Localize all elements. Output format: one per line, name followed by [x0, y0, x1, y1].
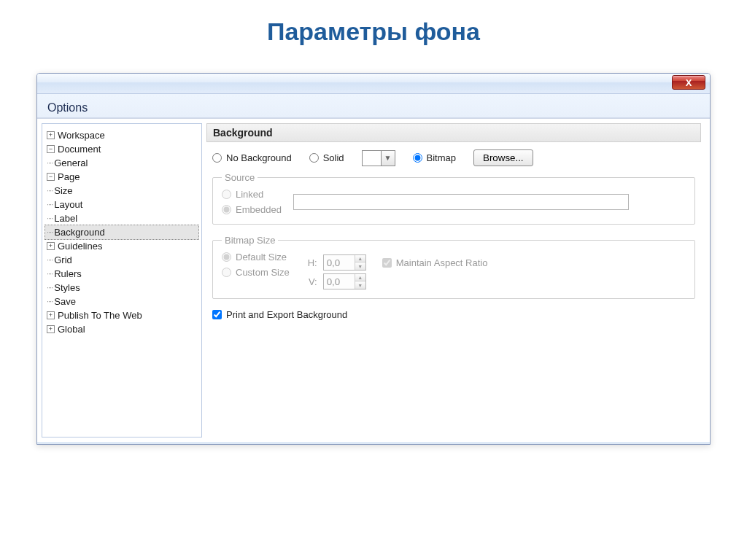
collapse-icon[interactable]: − — [47, 173, 55, 181]
custom-size-radio: Custom Size — [222, 267, 290, 278]
tree-label: Styles — [54, 281, 80, 295]
chevron-down-icon: ▼ — [355, 281, 365, 289]
maintain-aspect-input — [382, 258, 392, 268]
bitmap-radio-input[interactable] — [413, 153, 422, 163]
tree-label: Rulers — [54, 267, 82, 281]
collapse-icon[interactable]: − — [47, 145, 55, 153]
bitmap-size-group: Bitmap Size Default Size Custom Size — [212, 235, 695, 299]
bitmap-radio[interactable]: Bitmap — [413, 152, 456, 163]
tree-label: Layout — [54, 198, 82, 211]
slide-title: Параметры фона — [0, 0, 747, 59]
default-size-label: Default Size — [236, 252, 287, 262]
color-swatch-box — [363, 151, 382, 166]
options-window: X Options + Workspace − Doc — [36, 73, 711, 445]
expand-icon[interactable]: + — [47, 242, 55, 250]
tree-item-publish[interactable]: + Publish To The Web — [45, 308, 198, 322]
panel-header: Background — [206, 123, 701, 142]
chevron-down-icon: ▼ — [355, 262, 365, 270]
background-panel: Background No Background Solid — [206, 123, 705, 438]
tree-connector-icon: ···· — [47, 267, 53, 281]
h-value-input — [324, 255, 355, 270]
tree-label: Guidelines — [58, 239, 102, 253]
tree-label: Size — [54, 184, 72, 198]
chevron-down-icon[interactable]: ▼ — [382, 151, 395, 166]
maintain-aspect-label: Maintain Aspect Ratio — [396, 257, 488, 268]
tree-connector-icon: ···· — [47, 253, 53, 267]
solid-color-picker[interactable]: ▼ — [362, 150, 395, 166]
tree-item-general[interactable]: ···· General — [45, 156, 198, 170]
tree-connector-icon: ···· — [47, 281, 53, 295]
h-label: H: — [304, 257, 317, 268]
source-group: Source Linked Embedded — [212, 172, 695, 225]
solid-label: Solid — [323, 152, 344, 163]
source-path-input — [293, 194, 629, 210]
tree-item-label[interactable]: ···· Label — [45, 211, 198, 225]
browse-button[interactable]: Browse... — [473, 149, 533, 166]
tree-connector-icon: ···· — [47, 156, 53, 170]
no-background-radio[interactable]: No Background — [212, 152, 292, 163]
bitmap-label: Bitmap — [427, 152, 456, 163]
options-tree[interactable]: + Workspace − Document ···· General — [42, 123, 202, 438]
tree-label: Publish To The Web — [58, 308, 142, 322]
embedded-radio: Embedded — [222, 204, 282, 215]
tree-connector-icon: ···· — [47, 184, 53, 198]
print-export-checkbox[interactable] — [212, 310, 222, 319]
solid-radio[interactable]: Solid — [309, 152, 344, 163]
default-size-radio: Default Size — [222, 252, 290, 262]
h-spinner: ▲ ▼ — [323, 254, 366, 271]
close-button[interactable]: X — [672, 75, 705, 90]
v-label: V: — [304, 276, 317, 287]
source-legend: Source — [222, 172, 258, 183]
tree-label: Page — [58, 170, 80, 184]
tree-item-size[interactable]: ···· Size — [45, 184, 198, 198]
print-export-label: Print and Export Background — [226, 309, 347, 320]
tree-item-grid[interactable]: ···· Grid — [45, 253, 198, 267]
v-spinner: ▲ ▼ — [323, 273, 366, 289]
custom-size-radio-input — [222, 268, 231, 277]
linked-radio: Linked — [222, 189, 282, 200]
tree-item-background[interactable]: ···· Background — [44, 225, 199, 240]
tree-connector-icon: ···· — [47, 295, 53, 308]
tree-item-save[interactable]: ···· Save — [45, 295, 198, 308]
chevron-up-icon: ▲ — [355, 274, 365, 281]
tree-connector-icon: ···· — [47, 225, 53, 239]
chevron-up-icon: ▲ — [355, 255, 365, 262]
tree-label: General — [54, 156, 88, 170]
expand-icon[interactable]: + — [47, 311, 55, 319]
bitmap-size-legend: Bitmap Size — [222, 235, 278, 246]
tree-item-guidelines[interactable]: + Guidelines — [45, 239, 198, 253]
tree-label: Workspace — [58, 128, 105, 142]
tree-item-workspace[interactable]: + Workspace — [45, 128, 198, 142]
linked-radio-input — [222, 190, 231, 199]
embedded-radio-input — [222, 205, 231, 214]
tree-label: Label — [54, 211, 77, 225]
tree-label: Document — [58, 142, 101, 156]
tree-connector-icon: ···· — [47, 198, 53, 211]
tree-item-document[interactable]: − Document — [45, 142, 198, 156]
tree-label: Grid — [54, 253, 72, 267]
tree-label: Save — [54, 295, 76, 308]
solid-radio-input[interactable] — [309, 153, 319, 163]
expand-icon[interactable]: + — [47, 131, 55, 139]
close-icon: X — [686, 77, 692, 88]
embedded-label: Embedded — [236, 204, 282, 215]
window-caption: Options — [37, 94, 710, 118]
linked-label: Linked — [236, 189, 263, 200]
tree-item-styles[interactable]: ···· Styles — [45, 281, 198, 295]
default-size-radio-input — [222, 252, 231, 262]
no-background-radio-input[interactable] — [212, 153, 222, 163]
tree-label: Background — [54, 225, 104, 239]
tree-item-page[interactable]: − Page — [45, 170, 198, 184]
tree-connector-icon: ···· — [47, 211, 53, 225]
tree-item-layout[interactable]: ···· Layout — [45, 198, 198, 211]
tree-label: Global — [58, 322, 85, 336]
expand-icon[interactable]: + — [47, 325, 55, 333]
custom-size-label: Custom Size — [236, 267, 290, 278]
maintain-aspect-checkbox: Maintain Aspect Ratio — [382, 257, 488, 268]
tree-item-rulers[interactable]: ···· Rulers — [45, 267, 198, 281]
v-value-input — [324, 274, 355, 289]
titlebar: X — [37, 74, 710, 94]
no-background-label: No Background — [226, 152, 292, 163]
tree-item-global[interactable]: + Global — [45, 322, 198, 336]
